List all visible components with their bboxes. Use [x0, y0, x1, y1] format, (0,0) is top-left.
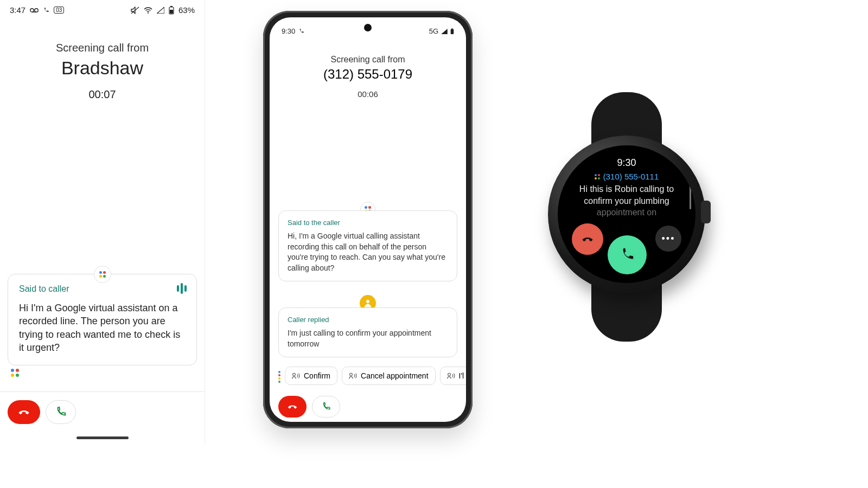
svg-point-1: [35, 8, 38, 11]
svg-point-10: [366, 300, 369, 303]
watch-caller-number: (310) 555-0111: [603, 172, 659, 181]
watch-caller-row: (310) 555-0111: [595, 172, 659, 181]
status-time: 9:30: [282, 27, 295, 35]
signal-icon: [157, 7, 164, 14]
caller-number: (312) 555-0179: [270, 67, 466, 82]
watch-msg-fade: appointment on: [597, 208, 656, 217]
chip-label: Confirm: [304, 371, 330, 380]
call-timer: 00:06: [270, 89, 466, 99]
transcript-card: Said to caller Hi I'm a Google virtual a…: [8, 274, 197, 365]
battery-pct: 63%: [178, 5, 195, 15]
camera-cutout-icon: [364, 24, 372, 31]
phone-icon: [55, 406, 67, 418]
phone-small-icon: [298, 28, 304, 34]
svg-rect-6: [170, 6, 173, 7]
svg-rect-8: [451, 29, 454, 34]
call-timer: 00:07: [0, 88, 205, 101]
badge-icon: 03: [54, 7, 64, 14]
battery-icon: [450, 28, 454, 35]
svg-point-11: [293, 373, 296, 376]
said-body: Hi, I'm a Google virtual calling assista…: [288, 231, 448, 273]
caller-name: Bradshaw: [0, 57, 205, 79]
voice-reply-icon: [292, 372, 301, 380]
mute-icon: [131, 7, 139, 14]
svg-point-12: [350, 373, 353, 376]
phone-icon: [619, 247, 635, 263]
hangup-icon: [17, 405, 31, 419]
svg-point-13: [448, 373, 450, 376]
answer-button[interactable]: [312, 396, 340, 418]
screening-title: Screening call from: [0, 42, 205, 54]
watch-mockup: 9:30 (310) 555-0111 Hi this is Robin cal…: [548, 92, 705, 342]
watch-answer-button[interactable]: [608, 235, 647, 274]
call-actions: [8, 400, 76, 424]
answer-button[interactable]: [46, 400, 76, 424]
audio-wave-icon: [177, 283, 187, 294]
watch-msg-line2: confirm your plumbing: [584, 196, 669, 206]
phone-icon: [321, 402, 331, 412]
phone-mockup-center: 9:30 5G Screening call from (312) 555-01…: [263, 11, 473, 428]
watch-face: 9:30 (310) 555-0111 Hi this is Robin cal…: [558, 145, 695, 283]
assistant-logo-icon: [595, 174, 600, 179]
hangup-icon: [286, 401, 298, 413]
svg-rect-7: [170, 10, 173, 14]
chip-cancel[interactable]: Cancel appointment: [342, 367, 436, 385]
divider: [0, 391, 205, 392]
watch-crown[interactable]: [701, 201, 711, 223]
voice-reply-icon: [447, 372, 456, 380]
svg-rect-9: [451, 28, 453, 29]
network-label: 5G: [429, 27, 438, 35]
hangup-icon: [580, 232, 595, 246]
reply-label: Caller replied: [288, 316, 448, 324]
voicemail-icon: [30, 8, 39, 13]
watch-decline-button[interactable]: [572, 223, 603, 255]
watch-transcript: Hi this is Robin calling to confirm your…: [558, 183, 695, 219]
assistant-logo-icon: [11, 369, 19, 377]
call-actions: [278, 396, 340, 418]
watch-more-button[interactable]: •••: [655, 226, 681, 252]
chip-label: I'l: [459, 371, 464, 380]
decline-button[interactable]: [278, 396, 307, 418]
watch-time: 9:30: [617, 157, 636, 169]
watch-msg-line1: Hi this is Robin calling to: [579, 184, 674, 194]
reply-chips: Confirm Cancel appointment I'l: [278, 367, 466, 385]
phone-small-icon: [43, 7, 49, 14]
battery-icon: [169, 6, 174, 15]
scroll-indicator[interactable]: [690, 185, 691, 209]
status-right: 63%: [131, 5, 195, 15]
status-left: 3:47 03: [10, 5, 64, 15]
caller-reply-card: Caller replied I'm just calling to confi…: [278, 307, 457, 357]
said-to-caller-card: Said to the caller Hi, I'm a Google virt…: [278, 210, 457, 281]
assistant-logo-icon: [278, 371, 280, 381]
more-icon: •••: [662, 233, 675, 245]
said-label: Said to the caller: [288, 219, 448, 227]
signal-icon: [441, 29, 448, 34]
chip-label: Cancel appointment: [361, 371, 429, 380]
chip-confirm[interactable]: Confirm: [285, 367, 337, 385]
phone-screen: 9:30 5G Screening call from (312) 555-01…: [270, 17, 466, 422]
status-bar: 3:47 03 63%: [0, 0, 205, 15]
svg-point-4: [148, 12, 149, 14]
said-to-caller-body: Hi I'm a Google virtual assistant on a r…: [19, 301, 186, 354]
home-indicator[interactable]: [76, 436, 129, 439]
chip-third[interactable]: I'l: [440, 367, 466, 385]
status-time: 3:47: [10, 5, 25, 15]
decline-button[interactable]: [8, 400, 40, 424]
reply-body: I'm just calling to confirm your appoint…: [288, 328, 448, 349]
screening-title: Screening call from: [270, 55, 466, 65]
assistant-badge-icon: [94, 266, 111, 283]
voice-reply-icon: [349, 372, 358, 380]
svg-point-0: [30, 8, 34, 11]
said-to-caller-label: Said to caller: [19, 284, 186, 294]
wifi-icon: [144, 7, 152, 14]
phone-screenshot-left: 3:47 03 63% Screening call fr: [0, 0, 205, 445]
